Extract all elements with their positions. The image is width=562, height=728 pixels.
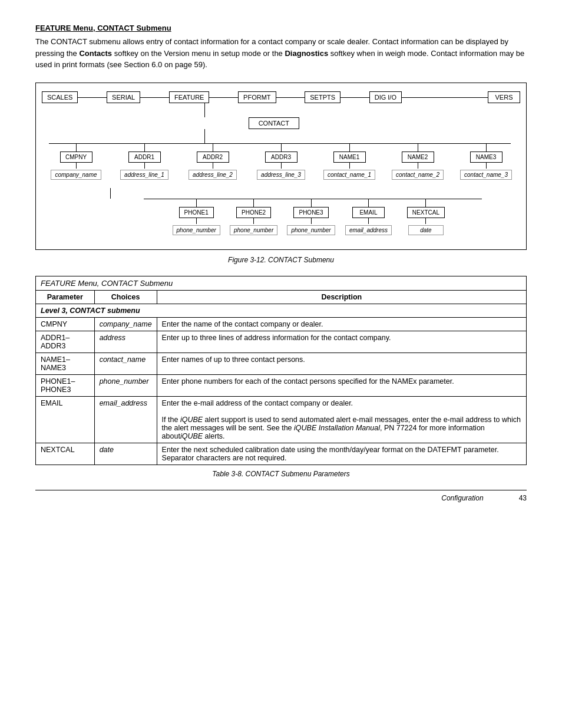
menu-box-vers: VERS (488, 91, 520, 103)
choices-nextcal: date (94, 443, 157, 465)
intro-text-2: softkey on the Version menu in setup mod… (112, 49, 285, 58)
desc-cmpny: Enter the name of the contact company or… (157, 317, 526, 331)
col-header-choices: Choices (94, 290, 157, 304)
desc-nextcal: Enter the next scheduled calibration dat… (157, 443, 526, 465)
l2-addr1: ADDR1 address_line_1 (110, 143, 178, 180)
desc-email-part1: Enter the e-mail address of the contact … (162, 399, 353, 407)
table-title: FEATURE Menu, CONTACT Submenu (36, 276, 527, 290)
menu-box-feature: FEATURE (169, 91, 210, 103)
l2-addr2: ADDR2 address_line_2 (178, 143, 247, 180)
col-header-parameter: Parameter (36, 290, 95, 304)
choices-phone: phone_number (94, 374, 157, 396)
menu-box-scales: SCALES (42, 91, 78, 103)
desc-name: Enter names of up to three contact perso… (157, 353, 526, 374)
l2-cmpny: CMPNY company_name (42, 143, 110, 180)
param-addr: ADDR1–ADDR3 (36, 331, 95, 353)
section-label: Level 3, CONTACT submenu (36, 304, 527, 317)
choices-addr: address (94, 331, 157, 353)
table-row: PHONE1–PHONE3 phone_number Enter phone n… (36, 374, 527, 396)
l3-phone2: PHONE2 phone_number (225, 199, 282, 235)
l2-addr3: ADDR3 address_line_3 (247, 143, 315, 180)
menu-box-digio: DIG I/O (369, 91, 402, 103)
table-row: ADDR1–ADDR3 address Enter up to three li… (36, 331, 527, 353)
choices-name: contact_name (94, 353, 157, 374)
l3-phone3: PHONE3 phone_number (282, 199, 339, 235)
l2-name3: NAME3 contact_name_3 (452, 143, 520, 180)
choices-cmpny: company_name (94, 317, 157, 331)
choices-email: email_address (94, 396, 157, 443)
table-row: NEXTCAL date Enter the next scheduled ca… (36, 443, 527, 465)
table-row: NAME1–NAME3 contact_name Enter names of … (36, 353, 527, 374)
section-heading: FEATURE Menu, CONTACT Submenu (35, 24, 527, 32)
l2-name1: NAME1 contact_name_1 (315, 143, 384, 180)
footer-page: 43 (519, 494, 527, 502)
l3-nextcal: NEXTCAL date (397, 199, 454, 235)
param-email: EMAIL (36, 396, 95, 443)
table-row: CMPNY company_name Enter the name of the… (36, 317, 527, 331)
diagram-container: SCALES SERIAL FEATURE PFORMT SETPTS DIG … (35, 83, 527, 250)
param-phone: PHONE1–PHONE3 (36, 374, 95, 396)
diagnostics-keyword: Diagnostics (285, 49, 328, 58)
param-name: NAME1–NAME3 (36, 353, 95, 374)
menu-box-setpts: SETPTS (305, 91, 340, 103)
desc-phone: Enter phone numbers for each of the cont… (157, 374, 526, 396)
contacts-keyword: Contacts (79, 49, 112, 58)
desc-email-part2: If the iQUBE alert support is used to se… (162, 416, 521, 440)
desc-email: Enter the e-mail address of the contact … (157, 396, 526, 443)
l3-phone1: PHONE1 phone_number (167, 199, 224, 235)
menu-box-serial: SERIAL (107, 91, 140, 103)
footer-label: Configuration (441, 494, 483, 502)
intro-paragraph: The CONTACT submenu allows entry of cont… (35, 36, 527, 71)
param-table: FEATURE Menu, CONTACT Submenu Parameter … (35, 276, 527, 465)
l2-name2: NAME2 contact_name_2 (384, 143, 452, 180)
desc-addr: Enter up to three lines of address infor… (157, 331, 526, 353)
param-nextcal: NEXTCAL (36, 443, 95, 465)
figure-caption: Figure 3-12. CONTACT Submenu (35, 256, 527, 264)
table-caption: Table 3-8. CONTACT Submenu Parameters (35, 470, 527, 478)
table-row: EMAIL email_address Enter the e-mail add… (36, 396, 527, 443)
col-header-description: Description (157, 290, 526, 304)
param-cmpny: CMPNY (36, 317, 95, 331)
l3-email: EMAIL email_address (340, 199, 397, 235)
contact-box: CONTACT (42, 117, 520, 129)
menu-box-pformt: PFORMT (238, 91, 276, 103)
